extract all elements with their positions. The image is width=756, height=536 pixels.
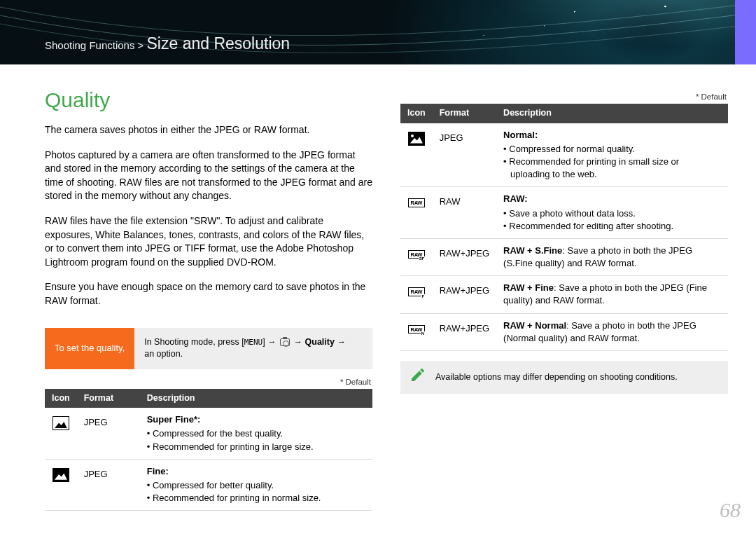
bullet: Recommended for printing in large size.	[147, 441, 365, 453]
format-cell: RAW+JPEG	[433, 276, 496, 313]
th-desc: Description	[140, 389, 372, 408]
breadcrumb: Shooting Functions > Size and Resolution	[45, 32, 290, 55]
page-header: Shooting Functions > Size and Resolution	[0, 0, 756, 64]
table-row: JPEG Fine: Compressed for better quality…	[45, 459, 372, 511]
right-column: * Default Icon Format Description JPEG N…	[400, 85, 728, 511]
para-2: Photos captured by a camera are often tr…	[45, 149, 372, 203]
set-quality-instruction: In Shooting mode, press [MENU] → → Quali…	[134, 328, 372, 369]
breadcrumb-sep: >	[138, 39, 144, 51]
format-cell: JPEG	[77, 408, 140, 459]
th-format: Format	[77, 389, 140, 408]
th-format: Format	[433, 104, 496, 123]
note-text: Available options may differ depending o…	[435, 371, 718, 384]
table-row: RAW RAW RAW: Save a photo without data l…	[400, 187, 728, 239]
camera-icon	[280, 338, 290, 346]
bullet: Recommended for printing in small size o…	[503, 156, 721, 181]
quality-table-right: Icon Format Description JPEG Normal: Com…	[400, 104, 728, 351]
page-body: Quality The camera saves photos in eithe…	[0, 64, 756, 511]
th-desc: Description	[496, 104, 728, 123]
table-row: RAWSF RAW+JPEG RAW + S.Fine: Save a phot…	[400, 238, 728, 275]
raw-fine-icon: RAWF	[408, 287, 425, 296]
page-number: 68	[720, 495, 741, 525]
instr-text: ] →	[262, 337, 279, 347]
bullet: Compressed for the best quality.	[147, 427, 365, 440]
para-3: RAW files have the file extension "SRW".…	[45, 214, 372, 269]
instr-bold: Quality	[305, 337, 335, 347]
instr-text: →	[335, 337, 346, 347]
breadcrumb-current: Size and Resolution	[147, 34, 290, 53]
row-title: Normal:	[503, 130, 538, 140]
row-title: RAW + Fine	[503, 282, 554, 293]
bullet: Compressed for normal quality.	[503, 143, 721, 156]
instr-text: In Shooting mode, press [	[144, 337, 244, 347]
breadcrumb-parent: Shooting Functions	[45, 39, 134, 51]
row-title: RAW + S.Fine	[503, 245, 562, 256]
fine-icon	[52, 468, 69, 482]
row-title: Fine:	[147, 466, 169, 476]
table-row: RAWF RAW+JPEG RAW + Fine: Save a photo i…	[400, 276, 728, 313]
note-box: Available options may differ depending o…	[400, 361, 728, 394]
table-row: JPEG Normal: Compressed for normal quali…	[400, 123, 728, 187]
instr-text: an option.	[144, 348, 363, 361]
section-color-tab	[735, 0, 756, 64]
format-cell: RAW+JPEG	[433, 238, 496, 275]
raw-sfine-icon: RAWSF	[408, 250, 425, 259]
th-icon: Icon	[45, 389, 77, 408]
format-cell: RAW	[433, 187, 496, 239]
bullet: Recommended for printing in normal size.	[147, 492, 365, 504]
row-title: Super Fine*:	[147, 414, 201, 425]
format-cell: JPEG	[433, 123, 496, 187]
default-note-right: * Default	[400, 91, 727, 102]
section-title: Quality	[45, 85, 372, 115]
table-row: JPEG Super Fine*: Compressed for the bes…	[45, 408, 372, 459]
row-title: RAW + Normal	[503, 320, 566, 331]
note-icon	[400, 366, 435, 388]
format-cell: RAW+JPEG	[433, 313, 496, 350]
th-icon: Icon	[400, 104, 433, 123]
bullet: Compressed for better quality.	[147, 479, 365, 492]
raw-icon: RAW	[408, 198, 425, 207]
para-4: Ensure you have enough space on the memo…	[45, 280, 372, 308]
set-quality-label: To set the quality,	[45, 328, 134, 369]
table-row: RAWN RAW+JPEG RAW + Normal: Save a photo…	[400, 313, 728, 350]
raw-normal-icon: RAWN	[408, 325, 425, 334]
bullet: Save a photo without data loss.	[503, 207, 721, 220]
normal-icon	[408, 132, 425, 146]
default-note-left: * Default	[45, 376, 371, 387]
set-quality-box: To set the quality, In Shooting mode, pr…	[45, 328, 372, 369]
format-cell: JPEG	[77, 459, 140, 511]
instr-text: →	[291, 337, 304, 347]
bullet: Recommended for editing after shooting.	[503, 220, 721, 233]
left-column: Quality The camera saves photos in eithe…	[45, 85, 372, 511]
superfine-icon	[52, 416, 69, 430]
menu-key: MENU	[244, 337, 263, 348]
quality-table-left: Icon Format Description JPEG Super Fine*…	[45, 389, 372, 511]
para-1: The camera saves photos in either the JP…	[45, 123, 372, 137]
row-title: RAW:	[503, 193, 527, 204]
